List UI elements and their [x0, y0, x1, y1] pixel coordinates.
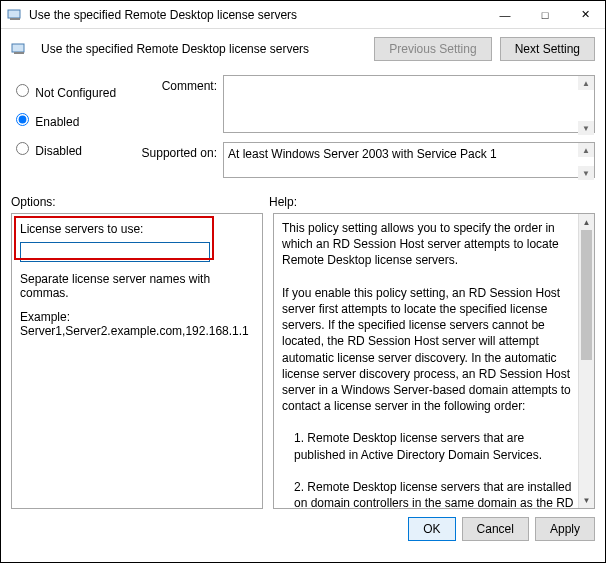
supported-textarea: At least Windows Server 2003 with Servic…	[223, 142, 595, 178]
radio-disabled[interactable]: Disabled	[11, 139, 129, 158]
scroll-down-icon[interactable]: ▼	[578, 121, 594, 135]
apply-button[interactable]: Apply	[535, 517, 595, 541]
gpo-icon	[7, 7, 23, 23]
license-servers-input[interactable]	[20, 242, 210, 262]
radio-label: Disabled	[35, 144, 82, 158]
options-pane: License servers to use: Separate license…	[11, 213, 263, 509]
help-text: This policy setting allows you to specif…	[273, 213, 595, 509]
previous-setting-button[interactable]: Previous Setting	[374, 37, 491, 61]
radio-label: Not Configured	[35, 86, 116, 100]
header: Use the specified Remote Desktop license…	[1, 29, 605, 69]
radio-label: Enabled	[35, 115, 79, 129]
window-title: Use the specified Remote Desktop license…	[29, 8, 485, 22]
maximize-button[interactable]: □	[525, 1, 565, 29]
svg-rect-2	[12, 44, 24, 52]
scroll-down-icon[interactable]: ▼	[578, 166, 594, 180]
titlebar: Use the specified Remote Desktop license…	[1, 1, 605, 29]
scroll-up-icon[interactable]: ▲	[579, 214, 594, 230]
help-pane: This policy setting allows you to specif…	[273, 213, 595, 509]
next-setting-button[interactable]: Next Setting	[500, 37, 595, 61]
radio-not-configured[interactable]: Not Configured	[11, 81, 129, 100]
scroll-thumb[interactable]	[581, 230, 592, 360]
close-button[interactable]: ✕	[565, 1, 605, 29]
comment-textarea[interactable]	[223, 75, 595, 133]
supported-label: Supported on:	[139, 142, 217, 181]
minimize-button[interactable]: —	[485, 1, 525, 29]
scroll-up-icon[interactable]: ▲	[578, 143, 594, 157]
options-note-1: Separate license server names with comma…	[20, 272, 254, 300]
license-servers-label: License servers to use:	[20, 222, 254, 236]
cancel-button[interactable]: Cancel	[462, 517, 529, 541]
svg-rect-1	[10, 18, 20, 20]
help-scrollbar[interactable]: ▲ ▼	[578, 214, 594, 508]
options-note-2: Example: Server1,Server2.example.com,192…	[20, 310, 254, 338]
scroll-up-icon[interactable]: ▲	[578, 76, 594, 90]
ok-button[interactable]: OK	[408, 517, 455, 541]
state-radios: Not Configured Enabled Disabled	[11, 75, 129, 187]
config-section: Not Configured Enabled Disabled Comment:…	[1, 69, 605, 191]
svg-rect-0	[8, 10, 20, 18]
radio-enabled[interactable]: Enabled	[11, 110, 129, 129]
comment-label: Comment:	[139, 75, 217, 136]
options-header: Options:	[11, 195, 269, 209]
footer: OK Cancel Apply	[1, 509, 605, 549]
scroll-down-icon[interactable]: ▼	[579, 492, 594, 508]
gpo-icon	[11, 41, 27, 57]
svg-rect-3	[14, 52, 24, 54]
policy-title: Use the specified Remote Desktop license…	[41, 42, 366, 56]
help-header: Help:	[269, 195, 297, 209]
